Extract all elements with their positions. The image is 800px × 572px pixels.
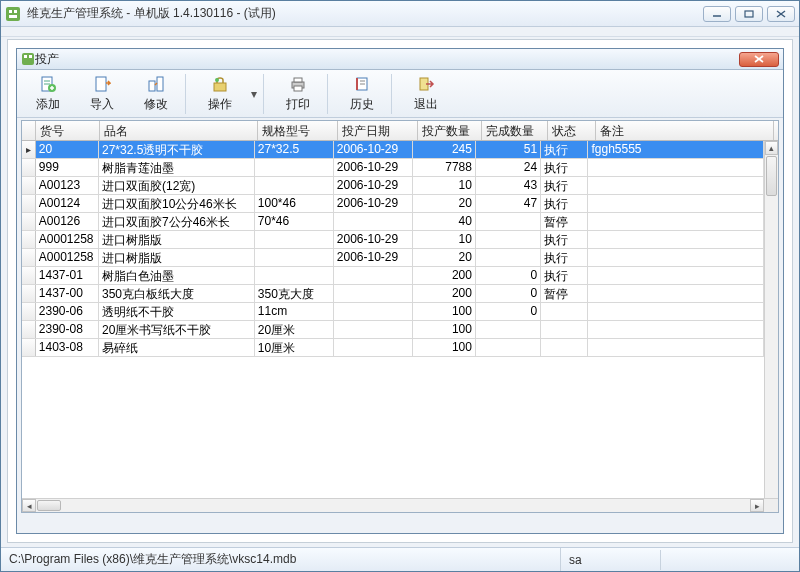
hscroll-thumb[interactable] [37, 500, 61, 511]
scroll-left-arrow[interactable]: ◂ [22, 499, 36, 512]
table-row[interactable]: 1437-00350克白板纸大度350克大度2000暂停 [22, 285, 764, 303]
cell[interactable]: 20厘米书写纸不干胶 [99, 321, 255, 338]
cell[interactable]: A00123 [36, 177, 99, 194]
cell[interactable]: 100 [413, 303, 476, 320]
close-button[interactable] [767, 6, 795, 22]
col-header-date[interactable]: 投产日期 [338, 121, 418, 140]
col-header-code[interactable]: 货号 [36, 121, 100, 140]
vscroll-thumb[interactable] [766, 156, 777, 196]
cell[interactable] [476, 339, 541, 356]
cell[interactable]: 2390-06 [36, 303, 99, 320]
grid-body[interactable]: ▸2027*32.5透明不干胶27*32.52006-10-2924551执行f… [22, 141, 764, 498]
cell[interactable]: 执行 [541, 141, 588, 158]
exit-button[interactable]: 退出 [399, 72, 453, 116]
cell[interactable]: 2006-10-29 [334, 231, 413, 248]
cell[interactable]: 透明纸不干胶 [99, 303, 255, 320]
cell[interactable] [588, 213, 764, 230]
data-grid[interactable]: 货号 品名 规格型号 投产日期 投产数量 完成数量 状态 备注 ▸2027*32… [21, 120, 779, 513]
cell[interactable]: 易碎纸 [99, 339, 255, 356]
table-row[interactable]: ▸2027*32.5透明不干胶27*32.52006-10-2924551执行f… [22, 141, 764, 159]
cell[interactable]: 暂停 [541, 213, 588, 230]
operate-button[interactable]: 操作 [193, 72, 247, 116]
col-header-spec[interactable]: 规格型号 [258, 121, 338, 140]
cell[interactable]: 1403-08 [36, 339, 99, 356]
cell[interactable] [588, 177, 764, 194]
cell[interactable]: 245 [413, 141, 476, 158]
minimize-button[interactable] [703, 6, 731, 22]
cell[interactable] [541, 339, 588, 356]
maximize-button[interactable] [735, 6, 763, 22]
cell[interactable]: 执行 [541, 249, 588, 266]
child-close-button[interactable] [739, 52, 779, 67]
cell[interactable]: 40 [413, 213, 476, 230]
cell[interactable] [588, 339, 764, 356]
cell[interactable] [334, 303, 413, 320]
cell[interactable] [255, 249, 334, 266]
col-header-prodqty[interactable]: 投产数量 [418, 121, 482, 140]
cell[interactable] [588, 231, 764, 248]
cell[interactable]: 树脂青莲油墨 [99, 159, 255, 176]
cell[interactable]: 10厘米 [255, 339, 334, 356]
cell[interactable]: 11cm [255, 303, 334, 320]
cell[interactable]: 43 [476, 177, 541, 194]
cell[interactable]: 24 [476, 159, 541, 176]
cell[interactable]: A00126 [36, 213, 99, 230]
cell[interactable]: 0 [476, 285, 541, 302]
cell[interactable]: 2006-10-29 [334, 249, 413, 266]
table-row[interactable]: 1403-08易碎纸10厘米100 [22, 339, 764, 357]
cell[interactable] [334, 321, 413, 338]
operate-dropdown[interactable]: ▾ [247, 87, 261, 101]
cell[interactable]: 27*32.5 [255, 141, 334, 158]
cell[interactable] [476, 213, 541, 230]
cell[interactable]: A00124 [36, 195, 99, 212]
cell[interactable]: 执行 [541, 231, 588, 248]
cell[interactable]: 350克大度 [255, 285, 334, 302]
cell[interactable] [334, 339, 413, 356]
print-button[interactable]: 打印 [271, 72, 325, 116]
cell[interactable]: 0 [476, 267, 541, 284]
cell[interactable] [255, 231, 334, 248]
cell[interactable] [334, 267, 413, 284]
cell[interactable]: 20 [413, 249, 476, 266]
import-button[interactable]: 导入 [75, 72, 129, 116]
horizontal-scrollbar[interactable]: ◂ ▸ [22, 498, 778, 512]
cell[interactable] [476, 321, 541, 338]
cell[interactable]: 999 [36, 159, 99, 176]
cell[interactable]: A0001258 [36, 231, 99, 248]
cell[interactable]: 树脂白色油墨 [99, 267, 255, 284]
cell[interactable] [588, 267, 764, 284]
cell[interactable]: 1437-01 [36, 267, 99, 284]
cell[interactable]: 执行 [541, 177, 588, 194]
cell[interactable]: 200 [413, 285, 476, 302]
cell[interactable]: fggh5555 [588, 141, 764, 158]
cell[interactable] [255, 159, 334, 176]
table-row[interactable]: A00124进口双面胶10公分46米长100*462006-10-292047执… [22, 195, 764, 213]
cell[interactable]: 进口树脂版 [99, 231, 255, 248]
cell[interactable]: 0 [476, 303, 541, 320]
cell[interactable] [588, 285, 764, 302]
cell[interactable]: 2006-10-29 [334, 159, 413, 176]
cell[interactable]: 10 [413, 177, 476, 194]
cell[interactable] [334, 213, 413, 230]
cell[interactable]: 进口双面胶10公分46米长 [99, 195, 255, 212]
cell[interactable]: 20 [36, 141, 99, 158]
cell[interactable]: 进口双面胶(12宽) [99, 177, 255, 194]
cell[interactable] [588, 195, 764, 212]
cell[interactable] [476, 231, 541, 248]
cell[interactable]: 执行 [541, 267, 588, 284]
main-title-bar[interactable]: 维克生产管理系统 - 单机版 1.4.130116 - (试用) [1, 1, 799, 27]
cell[interactable]: 200 [413, 267, 476, 284]
table-row[interactable]: 2390-0820厘米书写纸不干胶20厘米100 [22, 321, 764, 339]
cell[interactable]: 2006-10-29 [334, 195, 413, 212]
cell[interactable] [588, 159, 764, 176]
cell[interactable]: 350克白板纸大度 [99, 285, 255, 302]
cell[interactable]: 2390-08 [36, 321, 99, 338]
cell[interactable]: 20厘米 [255, 321, 334, 338]
cell[interactable] [334, 285, 413, 302]
table-row[interactable]: 999树脂青莲油墨2006-10-29778824执行 [22, 159, 764, 177]
vertical-scrollbar[interactable]: ▴ [764, 141, 778, 498]
cell[interactable] [541, 321, 588, 338]
table-row[interactable]: 1437-01树脂白色油墨2000执行 [22, 267, 764, 285]
col-header-status[interactable]: 状态 [548, 121, 596, 140]
cell[interactable]: 27*32.5透明不干胶 [99, 141, 255, 158]
